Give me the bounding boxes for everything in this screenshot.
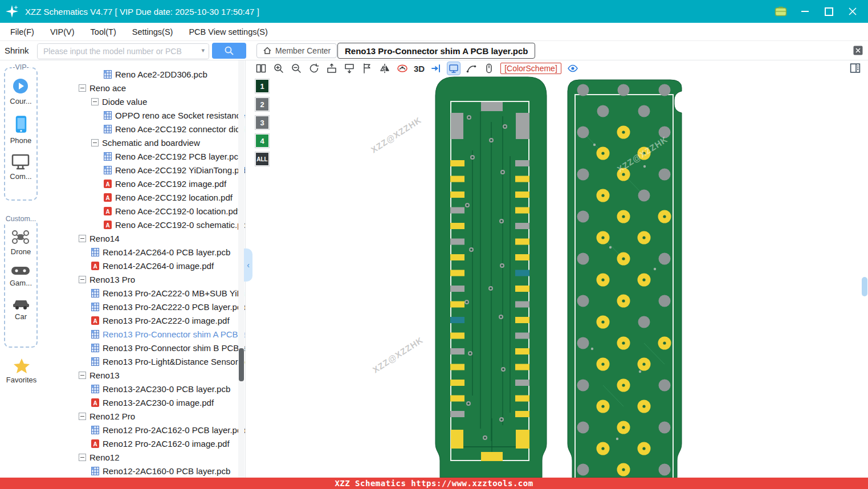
curve-icon[interactable] (465, 62, 478, 75)
tree-item[interactable]: OPPO reno ace Socket resistance (43, 108, 245, 122)
board-side-icon[interactable] (396, 62, 409, 75)
layer-button-1[interactable]: 1 (255, 79, 269, 93)
tree-item[interactable]: AReno13 Pro-2AC222-0 image.pdf (43, 313, 245, 327)
tree-item[interactable]: Reno Ace-2CC192 PCB layer.pcb (43, 149, 245, 163)
layer-button-4[interactable]: 4 (255, 134, 269, 148)
tree-item[interactable]: AReno Ace-2CC192-0 location.pdf (43, 204, 245, 218)
canvas-scrollbar-thumb[interactable] (862, 277, 867, 296)
zoom-in-icon[interactable] (272, 62, 285, 75)
menu-item-settings[interactable]: Settings(S) (124, 27, 181, 36)
zoom-out-icon[interactable] (290, 62, 303, 75)
collapse-toggle-icon[interactable] (91, 98, 99, 105)
appbar-item-car[interactable]: Car (12, 296, 30, 321)
collapse-toggle-icon[interactable] (79, 84, 86, 92)
collapse-toggle-icon[interactable] (91, 139, 99, 146)
next-board-icon[interactable] (430, 62, 442, 75)
pcb-canvas[interactable]: 3D[ColorScheme] 1234ALL XZZ@XZZHK XZZ@XZ… (245, 60, 868, 478)
collapse-toggle-icon[interactable] (79, 276, 86, 283)
pcb-file-icon (91, 467, 99, 475)
mouse-icon[interactable] (483, 62, 495, 75)
colorscheme-button[interactable]: [ColorScheme] (500, 63, 561, 74)
pcb-render[interactable] (246, 76, 868, 478)
svg-text:A: A (93, 441, 97, 447)
tree-item[interactable]: Reno12 (43, 450, 245, 464)
layer-buttons: 1234ALL (255, 79, 269, 166)
home-icon (263, 46, 272, 55)
tree-item[interactable]: Reno Ace2-2DD306.pcb (43, 67, 245, 81)
tree-item[interactable]: Diode value (43, 95, 245, 108)
collapse-toggle-icon[interactable] (79, 235, 86, 242)
tree-item[interactable]: Reno Ace-2CC192 YiDianTong.pcb (43, 163, 245, 177)
tree-item[interactable]: Reno12 Pro-2AC162-0 PCB layer.pcb (43, 423, 245, 437)
pdf-file-icon: A (91, 439, 99, 448)
tree-scrollbar-thumb[interactable] (239, 348, 244, 381)
member-center-button[interactable]: Member Center (256, 43, 337, 58)
favorites-button[interactable]: Favorites (0, 358, 43, 384)
appbar-item-course[interactable]: Cour... (10, 78, 31, 105)
car-icon (12, 296, 30, 310)
appbar-item-drone[interactable]: Drone (11, 229, 31, 256)
split-view-icon[interactable] (255, 62, 267, 75)
tree-item[interactable]: Reno13 Pro-2AC222-0 PCB layer.pcb (43, 300, 245, 313)
menu-item-tool[interactable]: Tool(T) (83, 27, 124, 36)
pcb-file-icon (91, 426, 99, 434)
collapse-toggle-icon[interactable] (79, 454, 86, 461)
tree-item[interactable]: Reno13 Pro-Connector shim B PCB layer.pc… (43, 341, 245, 354)
appbar-item-game[interactable]: Gam... (10, 265, 32, 287)
search-toolbar: Shrink ▾ Member Center Reno13 Pro-Connec… (0, 41, 868, 60)
collapse-toggle-icon[interactable] (79, 372, 86, 379)
tree-item[interactable]: Reno13 Pro-Connector shim A PCB layer.pc… (43, 327, 245, 341)
rotate-icon[interactable] (308, 62, 320, 75)
menu-item-pcb-view-settings[interactable]: PCB View settings(S) (181, 27, 275, 36)
search-input[interactable] (38, 44, 209, 59)
tree-item[interactable]: Reno13 Pro-2AC222-0 MB+SUB YiDianTong.pc… (43, 286, 245, 300)
tree-item[interactable]: Reno12-2AC160-0 PCB layer.pcb (43, 464, 245, 478)
screen-icon[interactable] (447, 62, 460, 75)
collapse-toggle-icon[interactable] (79, 413, 86, 420)
drone-icon (11, 229, 30, 245)
tree-item[interactable]: Reno Ace-2CC192 connector diode (43, 122, 245, 136)
layers-panel-icon[interactable] (849, 62, 861, 76)
menu-item-vip[interactable]: VIP(V) (42, 27, 83, 36)
collapse-tree-handle[interactable]: ‹ (244, 248, 252, 282)
search-button[interactable] (212, 43, 246, 59)
tree-item[interactable]: AReno13-2AC230-0 image.pdf (43, 396, 245, 409)
tree-item[interactable]: AReno14-2AC264-0 image.pdf (43, 259, 245, 272)
tree-item[interactable]: Reno13 Pro (43, 272, 245, 286)
tree-item[interactable]: Reno ace (43, 81, 245, 95)
titlebar: XZZ Schematics V4.77 [ VIP Due date: 202… (0, 0, 868, 23)
tree-item[interactable]: AReno Ace-2CC192 location.pdf (43, 190, 245, 204)
flip-bottom-icon[interactable] (343, 62, 356, 75)
tree-item[interactable]: Reno14-2AC264-0 PCB layer.pcb (43, 245, 245, 259)
appbar-item-phone[interactable]: Phone (10, 115, 32, 145)
maximize-button[interactable] (821, 4, 836, 19)
tree-item[interactable]: AReno Ace-2CC192-0 schematic.pdf (43, 218, 245, 231)
close-file-icon[interactable] (853, 46, 863, 55)
tree-item[interactable]: Reno14 (43, 231, 245, 245)
tree-item[interactable]: Schematic and boardview (43, 136, 245, 149)
layer-button-all[interactable]: ALL (255, 152, 269, 166)
3d-label[interactable]: 3D (414, 64, 425, 74)
tree-item[interactable]: Reno13 (43, 368, 245, 382)
shrink-button[interactable]: Shrink (5, 46, 29, 55)
appbar-item-computer[interactable]: Com... (10, 154, 31, 181)
menu-item-file[interactable]: File(F) (2, 27, 42, 36)
close-button[interactable] (845, 4, 860, 19)
license-badge-icon[interactable] (773, 4, 788, 19)
layer-button-3[interactable]: 3 (255, 116, 269, 129)
pcb-file-icon (91, 289, 99, 298)
flip-top-icon[interactable] (325, 62, 338, 75)
tree-item[interactable]: Reno13-2AC230-0 PCB layer.pcb (43, 382, 245, 396)
layer-button-2[interactable]: 2 (255, 97, 269, 111)
eye-icon[interactable] (567, 62, 579, 75)
brush-icon[interactable] (361, 62, 373, 75)
active-file-tab[interactable]: Reno13 Pro-Connector shim A PCB layer.pc… (337, 43, 535, 59)
tree-item[interactable]: AReno Ace-2CC192 image.pdf (43, 177, 245, 190)
tree-item[interactable]: Reno12 Pro (43, 409, 245, 423)
minimize-button[interactable] (797, 4, 812, 19)
statusbar: XZZ Schematics https://www.xzztools.com (0, 478, 868, 489)
tree-item[interactable]: Reno13 Pro-Light&Distance Sensor.pcb (43, 354, 245, 368)
chevron-down-icon[interactable]: ▾ (201, 47, 205, 54)
mirror-horizontal-icon[interactable] (378, 62, 391, 75)
tree-item[interactable]: AReno12 Pro-2AC162-0 image.pdf (43, 437, 245, 450)
